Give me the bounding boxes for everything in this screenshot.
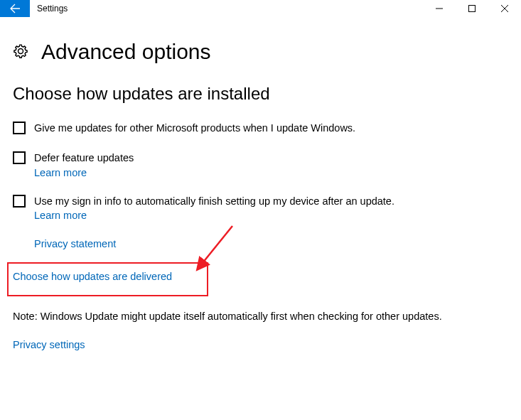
option-other-products: Give me updates for other Microsoft prod… xyxy=(13,121,508,135)
arrow-left-icon xyxy=(9,3,21,14)
label-defer: Defer feature updates xyxy=(34,151,508,165)
choose-delivery-link[interactable]: Choose how updates are delivered xyxy=(13,271,172,282)
close-button[interactable] xyxy=(488,0,521,17)
section-title: Choose how updates are installed xyxy=(13,84,508,104)
minimize-button[interactable] xyxy=(423,0,456,17)
defer-learn-more-link[interactable]: Learn more xyxy=(34,167,87,178)
gear-icon xyxy=(13,43,28,61)
option-defer: Defer feature updates Learn more xyxy=(13,151,508,178)
titlebar-drag-area[interactable] xyxy=(68,0,423,17)
page-title: Advanced options xyxy=(41,40,211,64)
checkbox-signin[interactable] xyxy=(13,195,26,208)
label-signin: Use my sign in info to automatically fin… xyxy=(34,194,508,208)
note-text: Note: Windows Update might update itself… xyxy=(13,311,508,322)
titlebar: Settings xyxy=(0,0,521,17)
back-button[interactable] xyxy=(0,0,30,17)
window-controls xyxy=(423,0,521,17)
content-area: Advanced options Choose how updates are … xyxy=(0,17,521,350)
svg-rect-1 xyxy=(469,6,476,12)
checkbox-other-products[interactable] xyxy=(13,122,26,134)
highlight-annotation: Choose how updates are delivered xyxy=(7,262,208,296)
label-other-products: Give me updates for other Microsoft prod… xyxy=(34,121,508,135)
minimize-icon xyxy=(436,5,443,12)
window-title: Settings xyxy=(30,0,68,17)
checkbox-defer[interactable] xyxy=(13,151,26,164)
close-icon xyxy=(501,5,508,12)
maximize-icon xyxy=(468,5,476,12)
maximize-button[interactable] xyxy=(456,0,488,17)
privacy-settings-link[interactable]: Privacy settings xyxy=(13,339,85,350)
privacy-statement-link[interactable]: Privacy statement xyxy=(34,238,116,249)
option-signin: Use my sign in info to automatically fin… xyxy=(13,194,508,221)
page-header: Advanced options xyxy=(13,40,508,64)
signin-learn-more-link[interactable]: Learn more xyxy=(34,210,87,221)
